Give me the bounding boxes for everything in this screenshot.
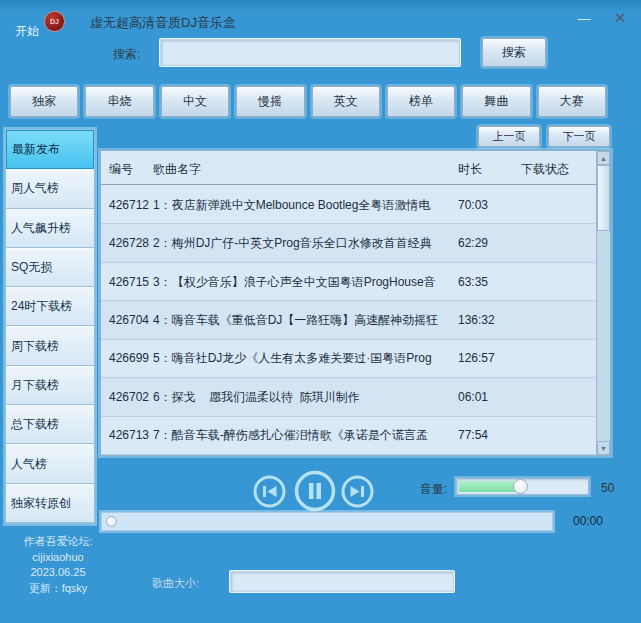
- cell-id: 426699: [109, 351, 149, 365]
- cell-song-name: 5：嗨音社DJ龙少《人生有太多难关要过·国粤语Prog: [153, 350, 453, 367]
- search-button[interactable]: 搜索: [482, 38, 546, 67]
- table-row[interactable]: 426728 2：梅州DJ广仔-中英文Prog音乐全口水修改首首经典 62:29: [101, 224, 595, 262]
- cell-song-name: 2：梅州DJ广仔-中英文Prog音乐全口水修改首首经典: [153, 235, 453, 252]
- tab-charts[interactable]: 榜单: [387, 86, 455, 117]
- cell-id: 426704: [109, 313, 149, 327]
- cell-song-name: 7：酷音车载-醉伤感扎心催泪情歌《承诺是个谎言孟: [153, 427, 453, 444]
- table-row[interactable]: 426715 3：【权少音乐】浪子心声全中文国粤语ProgHouse音 63:3…: [101, 263, 595, 301]
- next-track-button[interactable]: [341, 475, 374, 508]
- search-input[interactable]: [160, 39, 460, 66]
- sidebar-item-sq-lossless[interactable]: SQ无损: [6, 248, 94, 287]
- cell-id: 426715: [109, 275, 149, 289]
- cell-song-name: 1：夜店新弹跳中文Melbounce Bootleg全粤语激情电: [153, 196, 453, 213]
- tab-dance[interactable]: 舞曲: [462, 86, 530, 117]
- close-button[interactable]: ✕: [608, 8, 632, 28]
- sidebar-item-latest[interactable]: 最新发布: [6, 130, 94, 169]
- cell-duration: 62:29: [458, 236, 488, 250]
- header-download-status: 下载状态: [521, 161, 569, 178]
- author-line: 2023.06.25: [4, 565, 112, 581]
- sidebar-item-monthly-downloads[interactable]: 月下载榜: [6, 366, 94, 405]
- cell-id: 426702: [109, 390, 149, 404]
- header-id: 编号: [109, 161, 133, 178]
- previous-track-icon: [253, 475, 286, 508]
- table-scrollbar[interactable]: ▲ ▼: [596, 151, 610, 455]
- cell-id: 426712: [109, 198, 149, 212]
- scrollbar-thumb[interactable]: [597, 165, 610, 231]
- previous-track-button[interactable]: [253, 475, 286, 508]
- volume-value: 50: [601, 481, 614, 495]
- pause-button[interactable]: [294, 470, 336, 512]
- cell-song-name: 6：探戈 愿我们温柔以待 陈琪川制作: [153, 388, 453, 405]
- seek-slider[interactable]: [101, 512, 553, 531]
- sidebar-item-popularity[interactable]: 人气榜: [6, 444, 94, 483]
- minimize-button[interactable]: —: [572, 10, 596, 28]
- cell-duration: 136:32: [458, 313, 495, 327]
- elapsed-time: 00:00: [573, 514, 603, 528]
- cell-song-name: 4：嗨音车载《重低音DJ【一路狂嗨】高速醒神劲摇狂: [153, 311, 453, 328]
- song-size-field: [230, 571, 454, 592]
- sidebar-item-rising-popularity[interactable]: 人气飙升榜: [6, 209, 94, 248]
- table-row[interactable]: 426702 6：探戈 愿我们温柔以待 陈琪川制作 06:01: [101, 378, 595, 416]
- start-menu-label[interactable]: 开始: [15, 23, 39, 40]
- cell-duration: 63:35: [458, 275, 488, 289]
- cell-duration: 77:54: [458, 428, 488, 442]
- header-song-name: 歌曲名字: [153, 161, 201, 178]
- cell-duration: 70:03: [458, 198, 488, 212]
- sidebar-item-exclusive-original[interactable]: 独家转原创: [6, 484, 94, 523]
- next-page-button[interactable]: 下一页: [548, 126, 610, 147]
- cell-duration: 06:01: [458, 390, 488, 404]
- song-size-label: 歌曲大小:: [152, 576, 199, 591]
- tab-exclusive[interactable]: 独家: [10, 86, 78, 117]
- volume-label: 音量:: [420, 481, 447, 498]
- prev-page-button[interactable]: 上一页: [478, 126, 540, 147]
- scroll-up-icon[interactable]: ▲: [597, 151, 610, 165]
- window-title: 虚无超高清音质DJ音乐盒: [90, 14, 236, 32]
- next-track-icon: [341, 475, 374, 508]
- song-table-header: 编号 歌曲名字 时长 下载状态: [101, 151, 610, 185]
- sidebar-item-total-downloads[interactable]: 总下载榜: [6, 405, 94, 444]
- app-icon-text: DJ: [50, 18, 59, 25]
- author-credits: 作者吾爱论坛: cijixiaohuo 2023.06.25 更新：fqsky: [4, 534, 112, 596]
- volume-thumb[interactable]: [513, 479, 528, 494]
- cell-id: 426713: [109, 428, 149, 442]
- song-table-body: 426712 1：夜店新弹跳中文Melbounce Bootleg全粤语激情电 …: [101, 186, 595, 455]
- titlebar-strip: [0, 0, 641, 12]
- app-icon: DJ: [44, 11, 65, 32]
- author-line: cijixiaohuo: [4, 550, 112, 566]
- sidebar-item-24h-downloads[interactable]: 24时下载榜: [6, 287, 94, 326]
- tab-english[interactable]: 英文: [312, 86, 380, 117]
- volume-slider[interactable]: [456, 478, 589, 495]
- tab-chinese[interactable]: 中文: [161, 86, 229, 117]
- cell-id: 426728: [109, 236, 149, 250]
- search-label: 搜索:: [113, 46, 140, 63]
- author-line: 更新：fqsky: [4, 581, 112, 597]
- table-row[interactable]: 426704 4：嗨音车载《重低音DJ【一路狂嗨】高速醒神劲摇狂 136:32: [101, 301, 595, 339]
- tab-contest[interactable]: 大赛: [538, 86, 606, 117]
- table-row[interactable]: 426699 5：嗨音社DJ龙少《人生有太多难关要过·国粤语Prog 126:5…: [101, 340, 595, 378]
- cell-song-name: 3：【权少音乐】浪子心声全中文国粤语ProgHouse音: [153, 273, 453, 290]
- pause-icon: [294, 470, 336, 512]
- sidebar-item-weekly-downloads[interactable]: 周下载榜: [6, 326, 94, 365]
- table-row[interactable]: 426713 7：酷音车载-醉伤感扎心催泪情歌《承诺是个谎言孟 77:54: [101, 417, 595, 455]
- author-line: 作者吾爱论坛:: [4, 534, 112, 550]
- scroll-down-icon[interactable]: ▼: [597, 441, 610, 455]
- tab-slow[interactable]: 慢摇: [236, 86, 304, 117]
- song-table: 编号 歌曲名字 时长 下载状态 426712 1：夜店新弹跳中文Melbounc…: [100, 150, 611, 456]
- category-tabs: 独家 串烧 中文 慢摇 英文 榜单 舞曲 大赛: [10, 86, 606, 117]
- header-duration: 时长: [458, 161, 482, 178]
- tab-mix[interactable]: 串烧: [85, 86, 153, 117]
- category-sidebar: 最新发布 周人气榜 人气飙升榜 SQ无损 24时下载榜 周下载榜 月下载榜 总下…: [5, 129, 95, 524]
- sidebar-item-weekly-popularity[interactable]: 周人气榜: [6, 169, 94, 208]
- cell-duration: 126:57: [458, 351, 495, 365]
- volume-fill: [459, 481, 521, 492]
- table-row[interactable]: 426712 1：夜店新弹跳中文Melbounce Bootleg全粤语激情电 …: [101, 186, 595, 224]
- seek-thumb[interactable]: [106, 516, 117, 527]
